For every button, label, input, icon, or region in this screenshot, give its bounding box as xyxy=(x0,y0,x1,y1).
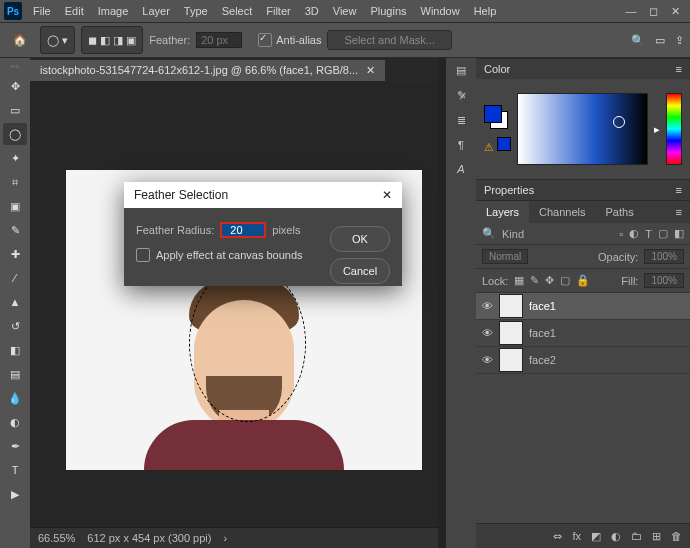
color-picker[interactable] xyxy=(517,93,648,165)
menu-view[interactable]: View xyxy=(326,0,364,22)
wand-tool-icon[interactable]: ✦ xyxy=(3,147,27,169)
filter-type-icon[interactable]: T xyxy=(645,228,652,240)
window-close-icon[interactable]: ✕ xyxy=(664,5,686,18)
menu-image[interactable]: Image xyxy=(91,0,136,22)
feather-radius-input[interactable]: 20 xyxy=(220,222,266,238)
visibility-icon[interactable]: 👁 xyxy=(482,354,493,366)
window-minimize-icon[interactable]: — xyxy=(620,5,642,18)
panel-menu-icon[interactable]: ≡ xyxy=(676,184,682,196)
lock-all-icon[interactable]: 🔒 xyxy=(576,274,590,287)
layer-row[interactable]: 👁 face1 xyxy=(476,293,690,320)
layer-filter-kind[interactable]: Kind xyxy=(502,228,524,240)
dialog-titlebar[interactable]: Feather Selection ✕ xyxy=(124,182,402,208)
layer-row[interactable]: 👁 face1 xyxy=(476,320,690,347)
close-tab-icon[interactable]: ✕ xyxy=(366,64,375,77)
color-tab[interactable]: Color xyxy=(484,63,510,75)
menu-type[interactable]: Type xyxy=(177,0,215,22)
search-icon[interactable]: 🔍 xyxy=(482,227,496,240)
gradient-tool-icon[interactable]: ▤ xyxy=(3,363,27,385)
healing-tool-icon[interactable]: ✚ xyxy=(3,243,27,265)
layer-mask-icon[interactable]: ◩ xyxy=(591,530,601,543)
visibility-icon[interactable]: 👁 xyxy=(482,300,493,312)
history-panel-icon[interactable]: ▤ xyxy=(456,64,466,77)
eyedropper-tool-icon[interactable]: ✎ xyxy=(3,219,27,241)
share-icon[interactable]: ⇪ xyxy=(675,34,684,47)
new-layer-icon[interactable]: ⊞ xyxy=(652,530,661,543)
panel-grip-icon[interactable]: «« xyxy=(11,62,20,71)
menu-file[interactable]: File xyxy=(26,0,58,22)
menu-help[interactable]: Help xyxy=(467,0,504,22)
home-icon[interactable]: 🏠 xyxy=(6,28,34,52)
lock-position-icon[interactable]: ✥ xyxy=(545,274,554,287)
path-select-tool-icon[interactable]: ▶ xyxy=(3,483,27,505)
cancel-button[interactable]: Cancel xyxy=(330,258,390,284)
frame-tool-icon[interactable]: ▣ xyxy=(3,195,27,217)
swatches-panel-icon[interactable]: ≣ xyxy=(457,114,466,127)
menu-3d[interactable]: 3D xyxy=(298,0,326,22)
eraser-tool-icon[interactable]: ◧ xyxy=(3,339,27,361)
panel-menu-icon[interactable]: ≡ xyxy=(676,63,682,75)
type-tool-icon[interactable]: T xyxy=(3,459,27,481)
filter-pixel-icon[interactable]: ▫ xyxy=(619,228,623,240)
fill-input[interactable]: 100% xyxy=(644,273,684,288)
filter-adjust-icon[interactable]: ◐ xyxy=(629,227,639,240)
anti-alias-checkbox[interactable]: Anti-alias xyxy=(258,33,321,47)
tab-channels[interactable]: Channels xyxy=(529,201,595,223)
dock-divider[interactable] xyxy=(438,58,446,548)
lasso-preset[interactable]: ◯ ▾ xyxy=(40,26,75,54)
opacity-input[interactable]: 100% xyxy=(644,249,684,264)
feather-input[interactable] xyxy=(196,32,242,48)
document-tab[interactable]: istockphoto-531547724-612x612-1.jpg @ 66… xyxy=(30,60,385,81)
lock-artboard-icon[interactable]: ▢ xyxy=(560,274,570,287)
layer-name[interactable]: face1 xyxy=(529,300,556,312)
tab-layers[interactable]: Layers xyxy=(476,201,529,223)
properties-tab[interactable]: Properties xyxy=(484,184,534,196)
menu-window[interactable]: Window xyxy=(414,0,467,22)
window-restore-icon[interactable]: ◻ xyxy=(642,5,664,18)
filter-smart-icon[interactable]: ◧ xyxy=(674,227,684,240)
menu-plugins[interactable]: Plugins xyxy=(363,0,413,22)
character-panel-icon[interactable]: A xyxy=(457,163,464,175)
adjustment-icon[interactable]: ◐ xyxy=(611,530,621,543)
history-brush-tool-icon[interactable]: ↺ xyxy=(3,315,27,337)
dialog-close-icon[interactable]: ✕ xyxy=(382,188,392,202)
paragraph-panel-icon[interactable]: ¶ xyxy=(458,139,464,151)
hue-spectrum[interactable] xyxy=(666,93,682,165)
menu-layer[interactable]: Layer xyxy=(135,0,177,22)
chevron-right-icon[interactable]: › xyxy=(223,532,227,544)
layer-row[interactable]: 👁 face2 xyxy=(476,347,690,374)
stamp-tool-icon[interactable]: ▲ xyxy=(3,291,27,313)
canvas-viewport[interactable]: ↖ Feather Selection ✕ Feather Radius: 20… xyxy=(30,82,438,527)
blur-tool-icon[interactable]: 💧 xyxy=(3,387,27,409)
lock-pixels-icon[interactable]: ▦ xyxy=(514,274,524,287)
selection-mode-group[interactable]: ◼ ◧ ◨ ▣ xyxy=(81,26,143,54)
lock-brush-icon[interactable]: ✎ xyxy=(530,274,539,287)
brush-tool-icon[interactable]: ∕ xyxy=(3,267,27,289)
layer-name[interactable]: face2 xyxy=(529,354,556,366)
zoom-level[interactable]: 66.55% xyxy=(38,532,75,544)
filter-shape-icon[interactable]: ▢ xyxy=(658,227,668,240)
lasso-tool-icon[interactable]: ◯ xyxy=(3,123,27,145)
ok-button[interactable]: OK xyxy=(330,226,390,252)
delete-layer-icon[interactable]: 🗑 xyxy=(671,530,682,542)
tab-paths[interactable]: Paths xyxy=(596,201,644,223)
crop-tool-icon[interactable]: ⌗ xyxy=(3,171,27,193)
layer-style-icon[interactable]: fx xyxy=(572,530,581,542)
menu-edit[interactable]: Edit xyxy=(58,0,91,22)
menu-select[interactable]: Select xyxy=(215,0,260,22)
brushes-panel-icon[interactable]: ✎̷ xyxy=(457,89,466,102)
panel-menu-icon[interactable]: ≡ xyxy=(668,201,690,223)
search-icon[interactable]: 🔍 xyxy=(631,34,645,47)
group-icon[interactable]: 🗀 xyxy=(631,530,642,542)
blend-mode-dropdown[interactable]: Normal xyxy=(482,249,528,264)
visibility-icon[interactable]: 👁 xyxy=(482,327,493,339)
menu-filter[interactable]: Filter xyxy=(259,0,297,22)
select-and-mask-button[interactable]: Select and Mask... xyxy=(327,30,452,50)
link-layers-icon[interactable]: ⇔ xyxy=(553,530,562,543)
pen-tool-icon[interactable]: ✒ xyxy=(3,435,27,457)
move-tool-icon[interactable]: ✥ xyxy=(3,75,27,97)
marquee-tool-icon[interactable]: ▭ xyxy=(3,99,27,121)
layout-icon[interactable]: ▭ xyxy=(655,34,665,47)
layer-name[interactable]: face1 xyxy=(529,327,556,339)
dodge-tool-icon[interactable]: ◐ xyxy=(3,411,27,433)
